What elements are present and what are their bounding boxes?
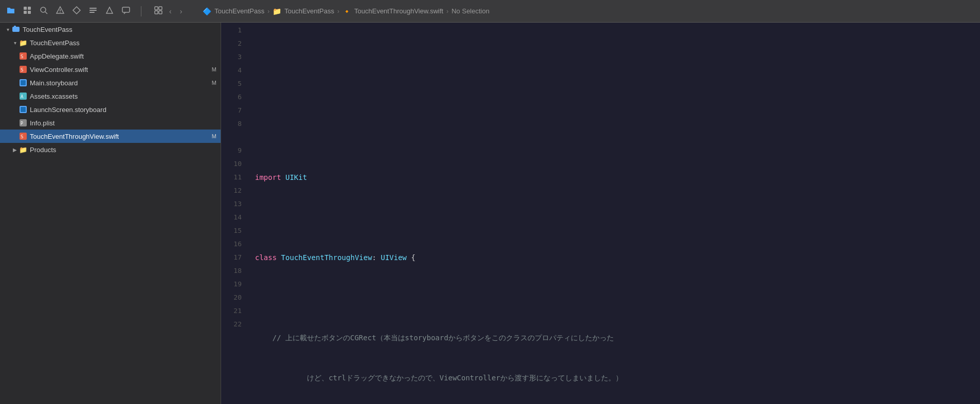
sidebar-item-touchview[interactable]: S TouchEventThroughView.swift M — [0, 130, 221, 143]
svg-rect-1 — [28, 7, 31, 10]
code-line-4: import UIKit — [255, 171, 980, 184]
project-icon: 🔷 — [203, 7, 211, 15]
folder-crumb-icon: 📁 — [273, 7, 281, 15]
svg-rect-10 — [89, 12, 95, 13]
shape-icon[interactable] — [105, 6, 114, 17]
breadcrumb-sep-3: › — [446, 8, 448, 15]
editor-toolbar: ‹ › — [152, 5, 184, 17]
sidebar-label-assets: Assets.xcassets — [30, 93, 216, 100]
code-line-7 — [255, 291, 980, 304]
svg-rect-16 — [12, 27, 20, 32]
touchview-icon: S — [19, 132, 28, 141]
code-line-1 — [255, 50, 980, 64]
svg-text:S: S — [21, 134, 23, 139]
svg-rect-11 — [122, 7, 130, 12]
disclosure-root: ▾ — [4, 26, 11, 33]
back-arrow[interactable]: ‹ — [167, 5, 174, 17]
folder-icon[interactable] — [6, 6, 15, 17]
code-line-5 — [255, 211, 980, 224]
disclosure-group: ▾ — [11, 39, 19, 46]
project-icon — [11, 25, 21, 34]
toolbar-separator — [141, 6, 141, 16]
no-selection-label: No Selection — [451, 7, 489, 15]
svg-line-5 — [45, 12, 47, 14]
main-content: ▾ TouchEventPass ▾ 📁 TouchEventPass S Ap… — [0, 23, 980, 404]
svg-rect-27 — [21, 107, 26, 112]
breadcrumb-item-2[interactable]: 📁 TouchEventPass — [273, 7, 334, 15]
sidebar: ▾ TouchEventPass ▾ 📁 TouchEventPass S Ap… — [0, 23, 221, 404]
viewcontroller-icon: S — [19, 65, 28, 74]
breadcrumb-item-1[interactable]: 🔷 TouchEventPass — [203, 7, 264, 15]
line-numbers: 1 2 3 4 5 6 7 8 9 9 10 11 12 13 14 15 16… — [221, 23, 247, 404]
sidebar-label-appdelegate: AppDelegate.swift — [30, 52, 216, 60]
code-area: 1 2 3 4 5 6 7 8 9 9 10 11 12 13 14 15 16… — [221, 23, 980, 404]
code-line-3 — [255, 131, 980, 144]
code-content[interactable]: import UIKit class TouchEventThroughView… — [247, 23, 980, 404]
svg-rect-17 — [14, 26, 16, 27]
group-folder-icon: 📁 — [19, 38, 28, 47]
svg-rect-2 — [24, 11, 27, 14]
breadcrumb: 🔷 TouchEventPass › 📁 TouchEventPass › 🔸 … — [192, 7, 974, 15]
editor-grid-icon[interactable] — [154, 6, 163, 17]
svg-rect-8 — [89, 8, 97, 9]
launchscreen-icon — [19, 105, 28, 114]
sidebar-label-viewcontroller: ViewController.swift — [30, 66, 208, 74]
svg-rect-3 — [28, 11, 31, 14]
svg-text:S: S — [21, 54, 23, 59]
search-icon[interactable] — [39, 6, 48, 17]
viewcontroller-badge: M — [212, 66, 216, 72]
diamond-icon[interactable] — [72, 6, 81, 17]
sidebar-item-root[interactable]: ▾ TouchEventPass — [0, 23, 221, 36]
svg-rect-14 — [155, 11, 158, 14]
code-line-8b: けど、ctrlドラッグできなかったので、ViewControllerから渡す形に… — [255, 371, 980, 384]
swift-crumb-icon: 🔸 — [342, 7, 351, 15]
sidebar-label-infoplist: Info.plist — [30, 119, 216, 127]
assets-icon: A — [19, 91, 28, 101]
sidebar-item-products[interactable]: ▶ 📁 Products — [0, 143, 221, 156]
warning-icon[interactable] — [56, 6, 65, 17]
sidebar-item-viewcontroller[interactable]: S ViewController.swift M — [0, 63, 221, 76]
code-line-6: class TouchEventThroughView: UIView { — [255, 251, 980, 264]
sidebar-item-launchscreen[interactable]: LaunchScreen.storyboard — [0, 103, 221, 116]
svg-point-7 — [60, 12, 61, 13]
infoplist-icon: P — [19, 118, 28, 127]
grid-icon[interactable] — [23, 6, 32, 17]
sidebar-item-appdelegate[interactable]: S AppDelegate.swift — [0, 49, 221, 63]
sidebar-label-mainstoryboard: Main.storyboard — [30, 79, 208, 87]
code-line-2 — [255, 90, 980, 104]
comment-icon[interactable] — [121, 6, 131, 17]
editor[interactable]: 1 2 3 4 5 6 7 8 9 9 10 11 12 13 14 15 16… — [221, 23, 980, 404]
sidebar-item-infoplist[interactable]: P Info.plist — [0, 116, 221, 130]
svg-point-4 — [41, 7, 46, 12]
breadcrumb-item-3[interactable]: 🔸 TouchEventThroughView.swift — [342, 7, 443, 15]
disclosure-products: ▶ — [11, 146, 19, 153]
sidebar-label-group: TouchEventPass — [30, 39, 216, 47]
touchview-badge: M — [212, 133, 216, 139]
toolbar: ‹ › 🔷 TouchEventPass › 📁 TouchEventPass … — [0, 0, 980, 23]
products-folder-icon: 📁 — [19, 145, 28, 154]
forward-arrow[interactable]: › — [178, 5, 185, 17]
sidebar-label-launchscreen: LaunchScreen.storyboard — [30, 106, 216, 114]
svg-text:P: P — [21, 121, 23, 126]
svg-rect-23 — [21, 80, 26, 85]
toolbar-left — [6, 6, 131, 17]
code-line-8: // 上に載せたボタンのCGRect（本当はstoryboardからボタンをこの… — [255, 331, 980, 344]
mainstoryboard-badge: M — [212, 80, 216, 86]
svg-text:S: S — [21, 67, 23, 72]
lines-icon[interactable] — [88, 6, 98, 17]
breadcrumb-sep-2: › — [337, 8, 339, 15]
svg-text:A: A — [21, 94, 24, 99]
svg-rect-9 — [89, 10, 97, 11]
sidebar-item-mainstoryboard[interactable]: Main.storyboard M — [0, 76, 221, 89]
svg-rect-12 — [155, 7, 158, 10]
mainstoryboard-icon — [19, 78, 28, 87]
sidebar-item-assets[interactable]: A Assets.xcassets — [0, 89, 221, 103]
sidebar-item-group[interactable]: ▾ 📁 TouchEventPass — [0, 36, 221, 49]
sidebar-label-products: Products — [30, 146, 216, 154]
svg-rect-13 — [159, 7, 162, 10]
sidebar-label-touchview: TouchEventThroughView.swift — [30, 133, 208, 140]
svg-rect-15 — [159, 11, 162, 14]
appdelegate-icon: S — [19, 51, 28, 61]
breadcrumb-sep-1: › — [267, 8, 269, 15]
svg-rect-0 — [24, 7, 27, 10]
